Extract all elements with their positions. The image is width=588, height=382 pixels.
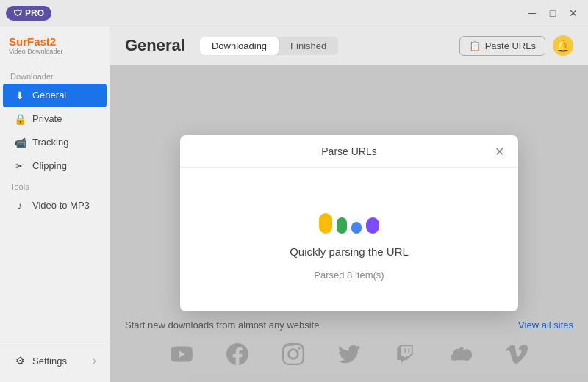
clipping-icon: ✂ <box>13 160 26 172</box>
notification-icon[interactable]: 🔔 <box>553 35 573 56</box>
logo-name: SurFast2 <box>9 35 62 48</box>
modal-header: Parse URLs ✕ <box>180 135 518 168</box>
pro-badge[interactable]: 🛡 PRO <box>6 6 51 21</box>
parse-urls-modal: Parse URLs ✕ Quickly parsing the URL Par… <box>180 135 518 311</box>
sidebar-item-settings[interactable]: ⚙ Settings › <box>3 348 107 373</box>
modal-overlay: Parse URLs ✕ Quickly parsing the URL Par… <box>110 65 588 382</box>
tab-finished[interactable]: Finished <box>279 37 338 55</box>
logo: SurFast2 Video Downloader <box>0 35 110 68</box>
page-title: General <box>125 36 185 55</box>
tab-downloading[interactable]: Downloading <box>200 37 279 55</box>
paste-urls-button[interactable]: 📋 Paste URLs <box>459 36 545 56</box>
maximize-button[interactable]: □ <box>544 4 562 22</box>
app-body: SurFast2 Video Downloader Downloader ⬇ G… <box>0 26 588 382</box>
shield-icon: 🛡 <box>13 8 22 18</box>
clipboard-icon: 📋 <box>469 40 481 51</box>
parsed-count: Parsed 8 item(s) <box>314 270 384 281</box>
sidebar-item-tracking[interactable]: 📹 Tracking <box>3 131 107 154</box>
dot-1 <box>319 213 332 234</box>
loading-animation <box>319 207 379 234</box>
sidebar-bottom: ⚙ Settings › <box>0 342 110 373</box>
chevron-right-icon: › <box>93 354 96 367</box>
music-icon: ♪ <box>13 200 26 212</box>
sidebar-item-clipping[interactable]: ✂ Clipping <box>3 154 107 178</box>
parsing-text: Quickly parsing the URL <box>290 245 409 258</box>
tracking-icon: 📹 <box>13 137 26 148</box>
header-right: 📋 Paste URLs 🔔 <box>459 35 573 56</box>
main-panel: General Downloading Finished 📋 Paste URL… <box>110 26 588 382</box>
title-bar: 🛡 PRO ─ □ ✕ <box>0 0 588 26</box>
lock-icon: 🔒 <box>13 113 26 125</box>
tab-group: Downloading Finished <box>200 37 338 55</box>
sidebar-item-video-to-mp3[interactable]: ♪ Video to MP3 <box>3 194 107 217</box>
main-header: General Downloading Finished 📋 Paste URL… <box>110 26 588 65</box>
logo-sub: Video Downloader <box>9 48 62 56</box>
sidebar: SurFast2 Video Downloader Downloader ⬇ G… <box>0 26 110 382</box>
main-content: Start new downloads from almost any webs… <box>110 65 588 382</box>
modal-body: Quickly parsing the URL Parsed 8 item(s) <box>180 168 518 311</box>
gear-icon: ⚙ <box>13 355 26 367</box>
modal-close-button[interactable]: ✕ <box>490 143 508 160</box>
dot-2 <box>337 217 347 234</box>
modal-title: Parse URLs <box>321 145 376 157</box>
close-button[interactable]: ✕ <box>564 4 582 22</box>
downloader-section-label: Downloader <box>0 68 110 84</box>
sidebar-item-private[interactable]: 🔒 Private <box>3 107 107 131</box>
tools-section-label: Tools <box>0 178 110 194</box>
download-icon: ⬇ <box>13 90 26 101</box>
dot-3 <box>351 222 362 234</box>
minimize-button[interactable]: ─ <box>523 4 541 22</box>
dot-4 <box>366 217 379 234</box>
sidebar-item-general[interactable]: ⬇ General <box>3 84 107 107</box>
